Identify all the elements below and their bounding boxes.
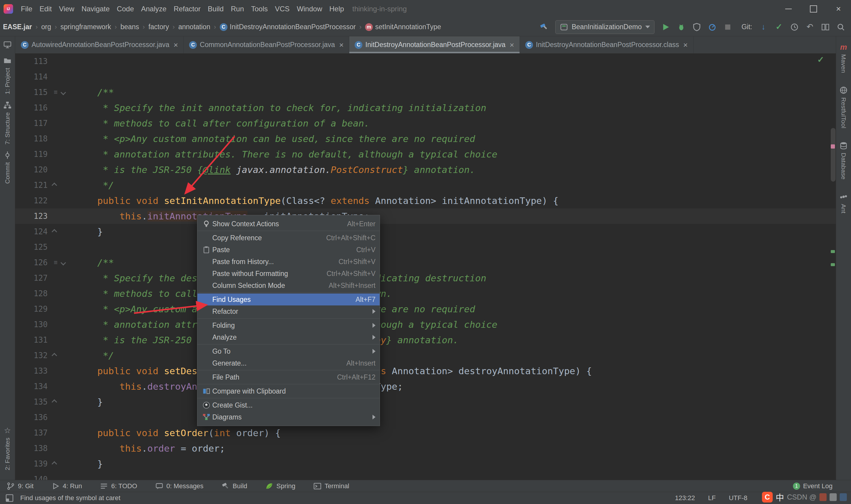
context-menu-item-diagrams[interactable]: Diagrams: [197, 411, 380, 423]
toolwindow-button-0-messages[interactable]: 0: Messages: [155, 482, 204, 490]
toolwindow-button-terminal[interactable]: Terminal: [313, 482, 349, 490]
code-line[interactable]: 113: [15, 54, 836, 69]
menu-vcs[interactable]: VCS: [271, 0, 293, 18]
fold-expand-icon[interactable]: [60, 260, 66, 265]
code-line[interactable]: 129 * <p>Any custom annotation can be us…: [15, 301, 836, 317]
toolwindow-button-spring[interactable]: Spring: [265, 482, 295, 490]
context-menu-item-compare-with-clipboard[interactable]: Compare with Clipboard: [197, 385, 380, 397]
editor-tab[interactable]: CCommonAnnotationBeanPostProcessor.java×: [184, 36, 349, 53]
build-project-button[interactable]: [540, 23, 548, 31]
close-tab-icon[interactable]: ×: [174, 41, 178, 49]
context-menu-item-refactor[interactable]: Refactor: [197, 305, 380, 317]
tool-stripe-2-favorites[interactable]: ☆2: Favorites: [3, 426, 12, 470]
minimize-button[interactable]: [776, 0, 801, 18]
fold-expand-icon[interactable]: [60, 90, 66, 95]
event-log-button[interactable]: 1 Event Log: [793, 482, 845, 490]
fold-collapse-icon[interactable]: [52, 399, 57, 404]
context-menu-item-generate-[interactable]: Generate...Alt+Insert: [197, 357, 380, 369]
code-line[interactable]: 115≡ /**: [15, 85, 836, 100]
tool-stripe-commit[interactable]: Commit: [3, 151, 12, 184]
code-line[interactable]: 134 this.destroyAnnotationType = destroy…: [15, 379, 836, 394]
gutter[interactable]: [49, 183, 75, 187]
toolwindow-button-build[interactable]: Build: [221, 482, 247, 490]
menu-tools[interactable]: Tools: [248, 0, 271, 18]
menu-build[interactable]: Build: [204, 0, 227, 18]
context-menu-item-copy-reference[interactable]: Copy ReferenceCtrl+Alt+Shift+C: [197, 232, 380, 244]
menu-edit[interactable]: Edit: [36, 0, 55, 18]
menu-view[interactable]: View: [55, 0, 78, 18]
code-line[interactable]: 121 */: [15, 177, 836, 193]
vcs-update-button[interactable]: ↓: [759, 23, 767, 31]
code-line[interactable]: 130 * annotation attributes. There is no…: [15, 317, 836, 332]
code-line[interactable]: 125: [15, 239, 836, 255]
menu-help[interactable]: Help: [326, 0, 347, 18]
breadcrumb-item[interactable]: CInitDestroyAnnotationBeanPostProcessor: [219, 22, 357, 32]
gutter[interactable]: [49, 354, 75, 358]
code-area[interactable]: 113114115≡ /**116 * Specify the init ann…: [15, 54, 836, 480]
coverage-button[interactable]: [693, 23, 701, 31]
context-menu-item-column-selection-mode[interactable]: Column Selection ModeAlt+Shift+Insert: [197, 280, 380, 291]
context-menu-item-analyze[interactable]: Analyze: [197, 331, 380, 343]
menu-run[interactable]: Run: [227, 0, 248, 18]
gutter[interactable]: [49, 230, 75, 234]
vcs-commit-button[interactable]: ✓: [775, 23, 783, 31]
context-menu-item-paste-from-history-[interactable]: Paste from History...Ctrl+Shift+V: [197, 256, 380, 268]
toolwindow-button-6-todo[interactable]: 6: TODO: [100, 482, 137, 490]
code-line[interactable]: 116 * Specify the init annotation to che…: [15, 100, 836, 115]
menu-file[interactable]: File: [17, 0, 36, 18]
breadcrumb-item[interactable]: beans: [120, 22, 140, 32]
fold-collapse-icon[interactable]: [52, 182, 57, 188]
code-line[interactable]: 133 public void setDestroyAnnotationType…: [15, 363, 836, 379]
close-tab-icon[interactable]: ×: [510, 41, 514, 49]
search-everywhere-button[interactable]: [837, 23, 845, 31]
tool-stripe-restfultool[interactable]: RestfulTool: [839, 86, 848, 128]
menu-navigate[interactable]: Navigate: [78, 0, 113, 18]
file-encoding[interactable]: UTF-8: [729, 494, 747, 502]
code-line[interactable]: 117 * methods to call after configuratio…: [15, 115, 836, 131]
code-line[interactable]: 120 * is the JSR-250 {@link javax.annota…: [15, 162, 836, 177]
editor-tab[interactable]: CInitDestroyAnnotationBeanPostProcessor.…: [349, 36, 520, 53]
code-line[interactable]: 135 }: [15, 394, 836, 410]
code-line[interactable]: 123 this.initAnnotationType = initAnnota…: [15, 209, 836, 224]
gutter[interactable]: [49, 462, 75, 466]
gutter[interactable]: ≡: [49, 89, 75, 95]
inspections-ok-icon[interactable]: ✓: [817, 55, 824, 65]
vcs-rollback-button[interactable]: ↶: [806, 23, 814, 31]
gutter[interactable]: [49, 400, 75, 404]
editor[interactable]: 113114115≡ /**116 * Specify the init ann…: [15, 54, 836, 480]
tool-stripe-maven[interactable]: mMaven: [839, 43, 848, 73]
menu-window[interactable]: Window: [293, 0, 326, 18]
tool-windows-widget[interactable]: [3, 40, 12, 49]
code-line[interactable]: 119 * annotation attributes. There is no…: [15, 146, 836, 162]
context-menu-item-paste-without-formatting[interactable]: Paste without FormattingCtrl+Alt+Shift+V: [197, 268, 380, 280]
scrollbar-thumb[interactable]: [831, 128, 835, 182]
gutter[interactable]: ≡: [49, 259, 75, 266]
code-line[interactable]: 136: [15, 410, 836, 425]
code-line[interactable]: 114: [15, 69, 836, 85]
menu-analyze[interactable]: Analyze: [138, 0, 170, 18]
code-line[interactable]: 132 */: [15, 348, 836, 363]
context-menu-item-paste[interactable]: PasteCtrl+V: [197, 244, 380, 256]
tool-stripe-7-structure[interactable]: 7: Structure: [3, 101, 12, 145]
breadcrumb-item[interactable]: org: [40, 22, 52, 32]
editor-tab[interactable]: CInitDestroyAnnotationBeanPostProcessor.…: [520, 36, 693, 53]
code-line[interactable]: 138 this.order = order;: [15, 440, 836, 456]
breadcrumb-item[interactable]: annotation: [178, 22, 211, 32]
tool-stripe-ant[interactable]: Ant: [839, 193, 848, 213]
code-line[interactable]: 128 * methods to call when the context i…: [15, 286, 836, 301]
context-menu-item-file-path[interactable]: File PathCtrl+Alt+F12: [197, 371, 380, 383]
debug-button[interactable]: [677, 23, 685, 31]
close-button[interactable]: ×: [826, 0, 851, 18]
tool-stripe-database[interactable]: Database: [839, 141, 848, 180]
toolwindow-button-4-run[interactable]: 4: Run: [52, 482, 82, 490]
caret-position[interactable]: 123:22: [675, 494, 695, 502]
fold-collapse-icon[interactable]: [52, 353, 57, 358]
context-menu-item-show-context-actions[interactable]: Show Context ActionsAlt+Enter: [197, 218, 380, 230]
code-line[interactable]: 127 * Specify the destroy annotation to …: [15, 270, 836, 286]
breadcrumb-item[interactable]: factory: [148, 22, 169, 32]
context-menu-item-create-gist-[interactable]: Create Gist...: [197, 399, 380, 411]
close-tab-icon[interactable]: ×: [683, 41, 688, 49]
context-menu-item-go-to[interactable]: Go To: [197, 345, 380, 357]
code-line[interactable]: 131 * is the JSR-250 {@link javax.annota…: [15, 332, 836, 348]
toolwindow-toggle[interactable]: [5, 494, 14, 502]
